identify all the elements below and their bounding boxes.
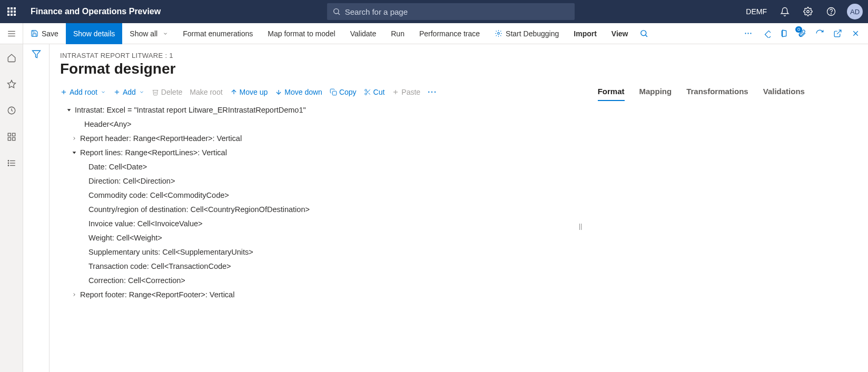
- list-icon: [7, 158, 16, 168]
- tab-mapping[interactable]: Mapping: [639, 85, 672, 101]
- search-input[interactable]: [345, 7, 569, 16]
- tree-label: Transaction code: Cell<TransactionCode>: [88, 262, 231, 270]
- add-root-button[interactable]: Add root: [60, 88, 106, 96]
- page-header: INTRASTAT REPORT LITWARE : 1 Format desi…: [50, 44, 868, 81]
- tree-node-report-header[interactable]: Report header: Range<ReportHeader>: Vert…: [60, 131, 569, 145]
- start-debug-label: Start Debugging: [506, 29, 559, 38]
- arrow-down-icon: [275, 88, 282, 96]
- validate-button[interactable]: Validate: [343, 23, 384, 44]
- breadcrumb: INTRASTAT REPORT LITWARE : 1: [60, 52, 857, 59]
- workspaces-nav[interactable]: [3, 128, 20, 145]
- show-details-button[interactable]: Show details: [66, 23, 122, 44]
- tree-node-cell[interactable]: Correction: Cell<Correction>: [60, 273, 569, 287]
- tree-node-cell[interactable]: Direction: Cell<Direction>: [60, 174, 569, 188]
- attachment-badge: 0: [795, 26, 802, 33]
- tree-node-cell[interactable]: Transaction code: Cell<TransactionCode>: [60, 259, 569, 273]
- tree-node-cell[interactable]: Weight: Cell<Weight>: [60, 230, 569, 245]
- favorites-nav[interactable]: [3, 76, 20, 93]
- modules-nav[interactable]: [3, 155, 20, 172]
- make-root-button[interactable]: Make root: [190, 88, 222, 96]
- tree-node-header[interactable]: Header<Any>: [60, 117, 569, 131]
- tree-node-cell[interactable]: Invoice value: Cell<InvoiceValue>: [60, 216, 569, 230]
- overflow-button[interactable]: [739, 23, 756, 44]
- save-label: Save: [42, 29, 58, 38]
- bell-icon: [780, 7, 790, 16]
- search-icon: [332, 7, 341, 16]
- save-button[interactable]: Save: [23, 23, 66, 44]
- company-code[interactable]: DEMF: [741, 7, 772, 16]
- svg-line-16: [837, 30, 841, 34]
- move-up-label: Move up: [240, 88, 268, 96]
- svg-line-42: [368, 93, 370, 94]
- home-nav[interactable]: [3, 49, 20, 66]
- nav-toggle[interactable]: [0, 23, 23, 44]
- cut-button[interactable]: Cut: [364, 88, 385, 96]
- tree-node-cell[interactable]: Commodity code: Cell<CommodityCode>: [60, 188, 569, 202]
- paste-label: Paste: [401, 88, 420, 96]
- office-button[interactable]: [775, 23, 792, 44]
- tree-label: Supplementary units: Cell<SupplementaryU…: [88, 248, 253, 256]
- debug-icon: [495, 29, 502, 37]
- clock-icon: [7, 106, 16, 115]
- svg-rect-23: [8, 138, 11, 140]
- notifications-button[interactable]: [774, 0, 795, 23]
- tab-transformations[interactable]: Transformations: [686, 85, 748, 101]
- view-button[interactable]: View: [604, 23, 636, 44]
- body: INTRASTAT REPORT LITWARE : 1 Format desi…: [0, 44, 868, 372]
- copy-button[interactable]: Copy: [330, 88, 357, 96]
- paste-button[interactable]: Paste: [392, 88, 420, 96]
- tree-label: Direction: Cell<Direction>: [88, 177, 175, 185]
- show-all-button[interactable]: Show all: [122, 23, 175, 44]
- tree-label: Header<Any>: [84, 120, 131, 128]
- attachments-button[interactable]: 0: [793, 23, 810, 44]
- popout-button[interactable]: [829, 23, 846, 44]
- caret-right-icon: [72, 136, 77, 141]
- format-enum-button[interactable]: Format enumerations: [175, 23, 260, 44]
- svg-point-11: [745, 33, 746, 34]
- show-details-label: Show details: [73, 29, 115, 38]
- recent-nav[interactable]: [3, 102, 20, 119]
- refresh-button[interactable]: [811, 23, 828, 44]
- validate-label: Validate: [350, 29, 377, 38]
- close-button[interactable]: [847, 23, 864, 44]
- delete-button[interactable]: Delete: [152, 88, 182, 96]
- tab-format[interactable]: Format: [598, 85, 625, 101]
- cut-label: Cut: [373, 88, 385, 96]
- search-icon: [639, 29, 648, 38]
- format-enum-label: Format enumerations: [183, 29, 253, 38]
- filter-button[interactable]: [32, 49, 41, 372]
- tree-node-report-lines[interactable]: Report lines: Range<ReportLines>: Vertic…: [60, 145, 569, 159]
- avatar[interactable]: AD: [847, 4, 863, 19]
- diamond-button[interactable]: [757, 23, 774, 44]
- search-box[interactable]: [327, 3, 575, 20]
- import-button[interactable]: Import: [566, 23, 604, 44]
- action-search-button[interactable]: [636, 23, 653, 44]
- help-button[interactable]: [821, 0, 842, 23]
- main: INTRASTAT REPORT LITWARE : 1 Format desi…: [50, 44, 868, 372]
- settings-button[interactable]: [797, 0, 818, 23]
- toolbar-overflow[interactable]: ···: [428, 88, 437, 96]
- format-tree: Intrastat: Excel = "Intrastat report Lit…: [60, 103, 569, 301]
- add-button[interactable]: Add: [113, 88, 144, 96]
- tree-node-cell[interactable]: Country/region of destination: Cell<Coun…: [60, 202, 569, 216]
- tree-node-cell[interactable]: Supplementary units: Cell<SupplementaryU…: [60, 245, 569, 259]
- cut-icon: [364, 88, 371, 96]
- app-launcher[interactable]: [0, 0, 23, 23]
- right-panel: Format Mapping Transformations Validatio…: [581, 81, 868, 372]
- perf-trace-button[interactable]: Performance trace: [412, 23, 487, 44]
- svg-point-29: [8, 163, 9, 164]
- tree-node-root[interactable]: Intrastat: Excel = "Intrastat report Lit…: [60, 103, 569, 117]
- svg-marker-19: [7, 81, 15, 88]
- map-format-button[interactable]: Map format to model: [260, 23, 342, 44]
- tree-node-cell[interactable]: Date: Cell<Date>: [60, 159, 569, 174]
- svg-marker-47: [73, 152, 76, 154]
- run-button[interactable]: Run: [383, 23, 412, 44]
- tree-node-report-footer[interactable]: Report footer: Range<ReportFooter>: Vert…: [60, 287, 569, 301]
- svg-line-1: [338, 13, 340, 15]
- move-down-button[interactable]: Move down: [275, 88, 322, 96]
- move-up-button[interactable]: Move up: [230, 88, 268, 96]
- run-label: Run: [391, 29, 405, 38]
- start-debug-button[interactable]: Start Debugging: [487, 23, 566, 44]
- svg-line-43: [366, 91, 367, 92]
- tab-validations[interactable]: Validations: [763, 85, 805, 101]
